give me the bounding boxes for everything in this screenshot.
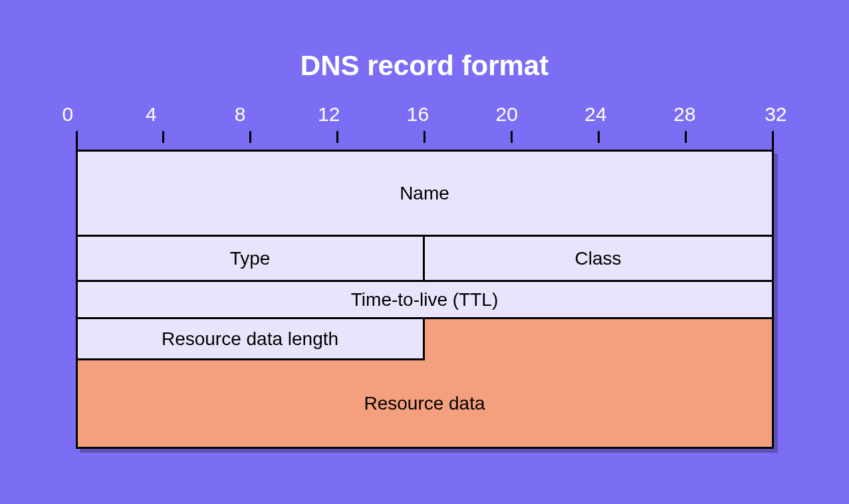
field-rdata-continuation	[425, 319, 772, 360]
diagram-title: DNS record format	[301, 50, 548, 82]
bit-scale-labels: 0 4 8 12 16 20 24 28 32	[62, 103, 787, 126]
row-type-class: Type Class	[78, 237, 772, 282]
row-rdata: Resource data	[78, 360, 772, 447]
tick-label: 16	[405, 103, 431, 126]
tick-mark	[511, 131, 513, 143]
tick-mark	[162, 131, 164, 143]
record-layout-table: Name Type Class Time-to-live (TTL) Resou…	[76, 150, 774, 449]
diagram-container: 0 4 8 12 16 20 24 28 32 Name Type Class …	[62, 103, 787, 449]
field-class: Class	[425, 237, 772, 280]
row-name: Name	[78, 152, 772, 237]
tick-mark	[598, 131, 600, 143]
tick-label: 32	[761, 103, 787, 126]
tick-mark	[685, 131, 687, 143]
bit-scale-ticks	[76, 131, 774, 150]
tick-label: 24	[582, 103, 609, 126]
tick-label: 12	[316, 103, 342, 126]
row-ttl: Time-to-live (TTL)	[78, 282, 772, 319]
tick-label: 0	[62, 103, 76, 126]
field-rdlength: Resource data length	[78, 319, 425, 360]
field-ttl: Time-to-live (TTL)	[78, 282, 772, 317]
tick-label: 28	[671, 103, 698, 126]
tick-mark	[336, 131, 338, 143]
tick-mark	[76, 131, 78, 150]
tick-label: 8	[227, 103, 253, 126]
field-rdata: Resource data	[78, 360, 772, 447]
tick-label: 20	[493, 103, 520, 126]
field-type: Type	[78, 237, 425, 280]
tick-mark	[249, 131, 251, 143]
tick-label: 4	[138, 103, 164, 126]
field-name: Name	[78, 152, 772, 235]
tick-mark	[424, 131, 425, 143]
row-rdlength: Resource data length	[78, 319, 772, 360]
tick-mark	[772, 131, 774, 150]
